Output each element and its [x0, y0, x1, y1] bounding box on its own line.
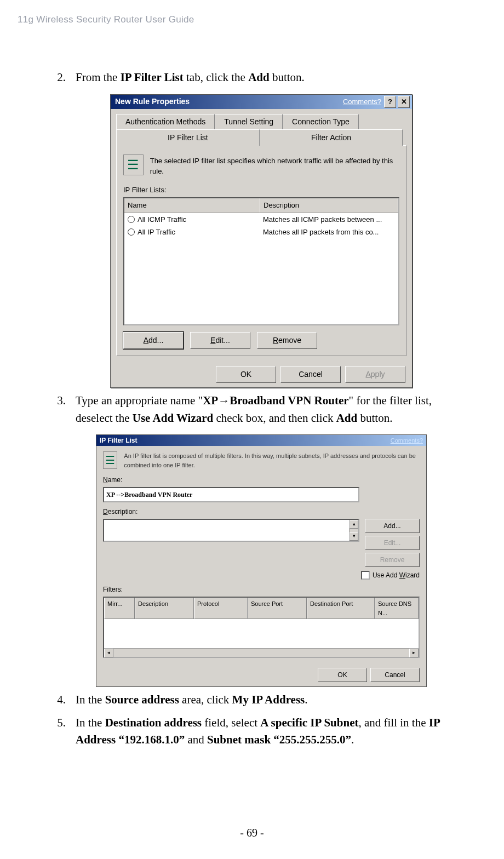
- step-text: In the Destination address field, select…: [76, 714, 476, 749]
- scroll-left-icon[interactable]: ◂: [104, 649, 113, 657]
- dialog-ip-filter-list: IP Filter List Comments? ☰ An IP filter …: [96, 434, 427, 687]
- col-description: Description: [135, 598, 194, 619]
- step-number: 3.: [47, 392, 66, 427]
- step-text: Type an appropriate name "XP→Broadband V…: [76, 392, 476, 427]
- add-button[interactable]: Add...: [365, 519, 420, 533]
- name-input[interactable]: XP -->Broadband VPN Router: [103, 487, 359, 502]
- col-protocol: Protocol: [194, 598, 248, 619]
- tab-auth-methods[interactable]: Authentication Methods: [116, 114, 215, 129]
- list-row[interactable]: All IP Traffic Matches all IP packets fr…: [124, 226, 398, 239]
- name-label: Name:: [103, 475, 420, 485]
- filters-label: Filters:: [103, 585, 420, 594]
- page-number: - 69 -: [0, 827, 504, 839]
- dialog-title: New Rule Properties: [113, 96, 343, 107]
- step-number: 4.: [47, 691, 66, 709]
- apply-button: Apply: [345, 366, 405, 383]
- filters-grid[interactable]: Mirr... Description Protocol Source Port…: [103, 597, 420, 658]
- help-button[interactable]: ?: [384, 96, 396, 108]
- dialog2-title: IP Filter List: [100, 436, 391, 445]
- col-description: Description: [260, 198, 398, 213]
- col-mirrored: Mirr...: [104, 598, 135, 619]
- scroll-down-icon[interactable]: ▾: [350, 532, 358, 541]
- filter-icon: ☰: [123, 154, 144, 175]
- tab-connection-type[interactable]: Connection Type: [283, 114, 359, 129]
- remove-button: Remove: [365, 553, 420, 567]
- step-text: From the IP Filter List tab, click the A…: [76, 69, 476, 87]
- dialog-new-rule-properties: New Rule Properties Comments? ? ✕ Authen…: [110, 94, 413, 388]
- col-dest-port: Destination Port: [307, 598, 375, 619]
- col-source-port: Source Port: [248, 598, 307, 619]
- tab-tunnel-setting[interactable]: Tunnel Setting: [215, 114, 283, 129]
- scroll-up-icon[interactable]: ▴: [350, 520, 358, 529]
- list-label: IP Filter Lists:: [123, 185, 399, 196]
- radio-icon: [128, 228, 135, 236]
- use-add-wizard-checkbox[interactable]: Use Add Wizard: [103, 570, 420, 580]
- comments-link[interactable]: Comments?: [391, 436, 423, 445]
- col-source-dns: Source DNS N...: [375, 598, 419, 619]
- col-name: Name: [124, 198, 260, 213]
- info-text: An IP filter list is composed of multipl…: [124, 451, 420, 469]
- step-text: In the Source address area, click My IP …: [76, 691, 476, 709]
- ip-filter-listbox[interactable]: Name Description All ICMP Traffic Matche…: [123, 197, 399, 325]
- tab-ip-filter-list[interactable]: IP Filter List: [116, 129, 260, 146]
- ok-button[interactable]: OK: [216, 366, 276, 383]
- step-number: 2.: [47, 69, 66, 87]
- edit-button[interactable]: Edit...: [190, 332, 250, 349]
- close-button[interactable]: ✕: [398, 96, 410, 108]
- filter-icon: ☰: [103, 451, 117, 469]
- description-input[interactable]: ▴▾: [103, 519, 359, 542]
- cancel-button[interactable]: Cancel: [280, 366, 341, 383]
- step-number: 5.: [47, 714, 66, 749]
- radio-icon: [128, 216, 135, 223]
- desc-label: Description:: [103, 507, 420, 517]
- scroll-right-icon[interactable]: ▸: [409, 649, 419, 657]
- tab-filter-action[interactable]: Filter Action: [260, 129, 403, 146]
- comments-link[interactable]: Comments?: [343, 96, 381, 107]
- edit-button: Edit...: [365, 536, 420, 550]
- list-row[interactable]: All ICMP Traffic Matches all ICMP packet…: [124, 213, 398, 226]
- page-header: 11g Wireless Security Router User Guide: [18, 14, 476, 25]
- cancel-button[interactable]: Cancel: [370, 668, 420, 682]
- add-button[interactable]: Add...: [123, 332, 184, 349]
- info-text: The selected IP filter list specifies wh…: [150, 154, 399, 177]
- remove-button[interactable]: Remove: [257, 332, 317, 349]
- ok-button[interactable]: OK: [318, 668, 367, 682]
